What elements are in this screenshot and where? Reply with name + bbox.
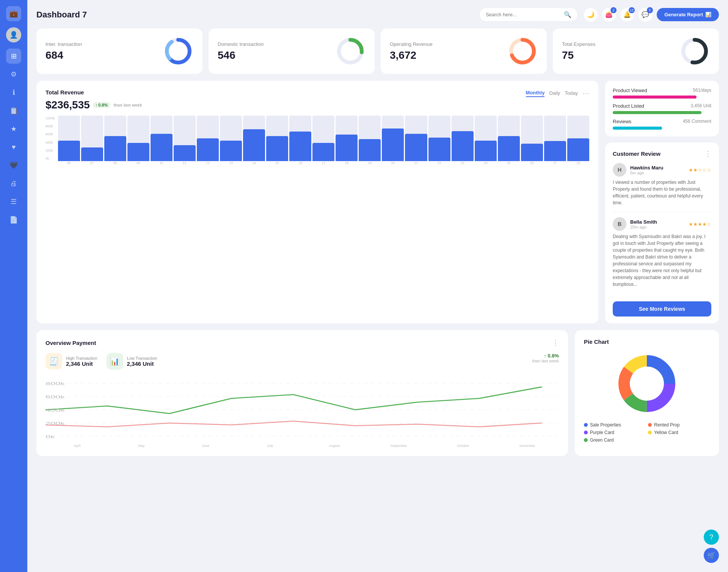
pie-legend: Sale PropertiesRented PropPurple CardYel… xyxy=(584,422,710,443)
sidebar-item-saved[interactable]: 🖤 xyxy=(6,158,21,173)
x-label: 26 xyxy=(521,161,543,165)
sidebar-item-favorites[interactable]: ★ xyxy=(6,121,21,136)
metric-bar xyxy=(613,111,701,114)
bar-fg xyxy=(289,132,311,161)
x-label: 08 xyxy=(104,161,126,165)
bar-group xyxy=(336,116,358,161)
sidebar-item-info[interactable]: ℹ xyxy=(6,85,21,100)
up-arrow-icon: ↑ xyxy=(96,103,98,107)
x-label: 22 xyxy=(428,161,450,165)
svg-text:200k: 200k xyxy=(46,422,65,426)
x-label: 17 xyxy=(312,161,334,165)
high-transaction-value: 2,346 Unit xyxy=(66,360,97,367)
tab-monthly[interactable]: Monthly xyxy=(526,90,545,97)
x-label: 18 xyxy=(336,161,358,165)
review-item: H Hawkins Maru 5m ago ★★☆☆☆ I viewed a n… xyxy=(613,163,711,212)
x-label: 09 xyxy=(127,161,149,165)
reviews-more-icon[interactable]: ⋮ xyxy=(704,149,711,158)
search-input[interactable] xyxy=(486,12,561,17)
bar-fg xyxy=(127,143,149,161)
reviewer-stars: ★★☆☆☆ xyxy=(689,167,711,173)
bar-bg xyxy=(405,116,427,161)
bar-fg xyxy=(544,141,566,161)
sidebar-item-settings[interactable]: ⚙ xyxy=(6,67,21,82)
sidebar-item-menu[interactable]: ☰ xyxy=(6,194,21,209)
sidebar-item-reports[interactable]: 📋 xyxy=(6,103,21,118)
sidebar-logo[interactable]: 💼 xyxy=(6,6,21,21)
generate-report-button[interactable]: Generate Report 📊 xyxy=(657,8,719,21)
bar-group xyxy=(359,116,381,161)
bar-bg xyxy=(544,116,566,161)
tab-daily[interactable]: Daily xyxy=(549,90,560,97)
sidebar-item-likes[interactable]: ♥ xyxy=(6,139,21,155)
pie-chart-wrap xyxy=(584,349,710,418)
x-label: 14 xyxy=(243,161,265,165)
legend-dot xyxy=(584,423,588,427)
bar-group xyxy=(567,116,589,161)
chat-icon-btn[interactable]: 💬 5 xyxy=(639,8,652,22)
theme-toggle[interactable]: 🌙 xyxy=(584,8,598,22)
search-bar[interactable]: 🔍 xyxy=(479,8,578,22)
legend-label: Green Card xyxy=(590,437,614,443)
pie-chart-svg xyxy=(613,349,681,418)
reviewer-name: Hawkins Maru xyxy=(630,165,663,171)
stat-card-revenue: Operating Revenue 3,672 xyxy=(381,28,547,74)
bar-chart xyxy=(58,116,589,161)
bar-fg xyxy=(312,143,334,161)
svg-text:400k: 400k xyxy=(46,408,65,412)
revenue-amount-row: $236,535 ↑ 0.8% than last week xyxy=(46,99,589,111)
sidebar-avatar[interactable]: 👤 xyxy=(6,27,21,42)
bar-bg xyxy=(428,116,450,161)
high-transaction-label: High Transaction xyxy=(66,356,97,360)
legend-item: Sale Properties xyxy=(584,422,646,428)
search-icon: 🔍 xyxy=(564,11,571,18)
legend-item: Yellow Card xyxy=(648,430,710,435)
bell-icon-btn[interactable]: 🔔 12 xyxy=(620,8,634,22)
x-label: 06 xyxy=(58,161,80,165)
wallet-icon-btn[interactable]: 👛 2 xyxy=(602,8,616,22)
stat-value-revenue: 3,672 xyxy=(390,49,433,61)
support-fab[interactable]: ? xyxy=(704,530,719,545)
metrics-list: Product Viewed 561/days Product Listed 3… xyxy=(613,88,711,130)
stats-row: Inter. transaction 684 Domestic transact… xyxy=(36,28,719,74)
stat-card-domestic: Domestic transaction 546 xyxy=(209,28,375,74)
payment-header: Overview Payment ⋮ xyxy=(46,338,559,347)
stat-label-expenses: Total Expenses xyxy=(562,41,595,47)
bar-bg xyxy=(151,116,173,161)
cart-fab[interactable]: 🛒 xyxy=(704,548,719,563)
revenue-title: Total Revenue xyxy=(46,89,84,96)
sidebar-item-print[interactable]: 🖨 xyxy=(6,176,21,191)
bar-group xyxy=(174,116,196,161)
revenue-more-icon[interactable]: ⋯ xyxy=(582,89,589,97)
legend-item: Green Card xyxy=(584,437,646,443)
svg-point-24 xyxy=(630,367,664,400)
bar-group xyxy=(81,116,103,161)
revenue-card: Total Revenue Monthly Daily Today ⋯ $236… xyxy=(36,81,598,323)
bar-bg xyxy=(81,116,103,161)
donut-expenses xyxy=(679,36,710,66)
pct-arrow: ↑ xyxy=(544,353,546,359)
sidebar-item-dashboard[interactable]: ⊞ xyxy=(6,49,21,64)
bar-fg xyxy=(359,139,381,161)
legend-dot xyxy=(648,431,652,434)
wallet-badge: 2 xyxy=(610,7,617,13)
revenue-up-badge: ↑ 0.8% xyxy=(93,102,111,108)
bar-group xyxy=(312,116,334,161)
line-chart: 0k 200k 400k 600k 800k xyxy=(46,376,559,444)
bar-bg xyxy=(312,116,334,161)
sidebar-item-docs[interactable]: 📄 xyxy=(6,212,21,227)
bar-bg xyxy=(197,116,219,161)
payment-more-icon[interactable]: ⋮ xyxy=(552,338,559,347)
tab-today[interactable]: Today xyxy=(565,90,578,97)
legend-label: Yellow Card xyxy=(654,430,678,435)
bar-group xyxy=(266,116,288,161)
x-label: 21 xyxy=(405,161,427,165)
legend-item: Purple Card xyxy=(584,430,646,435)
bar-fg xyxy=(382,129,404,161)
bar-bg xyxy=(452,116,474,161)
legend-label: Sale Properties xyxy=(590,422,621,428)
reviewer-row: B Bella Smith 20m ago ★★★★☆ xyxy=(613,217,711,231)
x-label: 25 xyxy=(498,161,520,165)
than-last-label: than last week xyxy=(113,103,142,107)
see-more-reviews-button[interactable]: See More Reviews xyxy=(613,301,711,317)
